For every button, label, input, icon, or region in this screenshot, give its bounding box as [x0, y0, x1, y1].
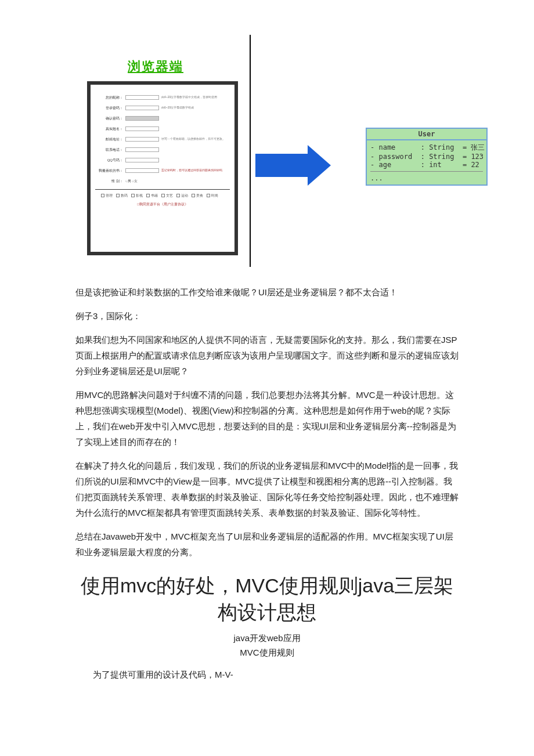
- paragraph: 为了提供可重用的设计及代码，M-V-: [75, 667, 459, 682]
- user-field: - name : String = 张三: [370, 143, 483, 153]
- interest-checks: 管理 数码 影视 书籍 文艺 运动 美食 时尚: [95, 193, 230, 198]
- form-row-gender: 性 别： ○男 ○女: [95, 179, 230, 184]
- form-row: 您的昵称：由4~20位字母数字或中文组成，登录时使用: [95, 95, 230, 100]
- form-row: 我最喜欢的书：忘记密码时，您可以通过回答该问题来找回密码: [95, 168, 230, 173]
- subtitle-line: java开发web应用: [75, 633, 459, 644]
- vertical-divider: [250, 35, 251, 267]
- article-title: 使用mvc的好处，MVC使用规则java三层架构设计思想: [75, 573, 459, 626]
- paragraph: 总结在Javaweb开发中，MVC框架充当了UI层和业务逻辑层的适配器的作用。M…: [75, 529, 459, 560]
- user-field: ...: [370, 174, 483, 182]
- registration-form-mock: 您的昵称：由4~20位字母数字或中文组成，登录时使用 登录密码：由6~20位字母…: [87, 81, 238, 255]
- user-field: - age : int = 22: [370, 161, 483, 169]
- paragraph: 但是该把验证和封装数据的工作交给谁来做呢？UI层还是业务逻辑层？都不太合适！: [75, 284, 459, 300]
- form-row: 邮箱地址：填写一个有效邮箱，以便接收邮件，后不可更改。: [95, 137, 230, 142]
- browser-side-label: 浏览器端: [128, 58, 183, 75]
- form-row: 确认密码：: [95, 116, 230, 121]
- subtitle-line: MVC使用规则: [75, 648, 459, 659]
- paragraph: 如果我们想为不同国家和地区的人提供不同的语言，无疑需要国际化的支持。那么，我们需…: [75, 332, 459, 379]
- paragraph: 在解决了持久化的问题后，我们发现，我们的所说的业务逻辑层和MVC中的Model指…: [75, 458, 459, 520]
- diagram: 浏览器端 您的昵称：由4~20位字母数字或中文组成，登录时使用 登录密码：由6~…: [75, 58, 459, 267]
- arrow-icon: [255, 145, 331, 186]
- form-row: QQ号码：: [95, 158, 230, 163]
- user-box-title: User: [367, 129, 486, 140]
- user-class-box: User - name : String = 张三 - password : S…: [366, 128, 488, 186]
- agreement-note: □我同意该平台《用户注册协议》: [95, 202, 230, 207]
- form-row: 真实姓名：: [95, 126, 230, 132]
- paragraph: 用MVC的思路解决问题对于纠缠不清的问题，我们总要想办法将其分解。MVC是一种设…: [75, 387, 459, 450]
- user-field: - password : String = 123: [370, 153, 483, 161]
- form-row: 联系电话：: [95, 147, 230, 153]
- paragraph: 例子3，国际化：: [75, 308, 459, 324]
- form-row: 登录密码：由6~20位字母或数字组成: [95, 106, 230, 111]
